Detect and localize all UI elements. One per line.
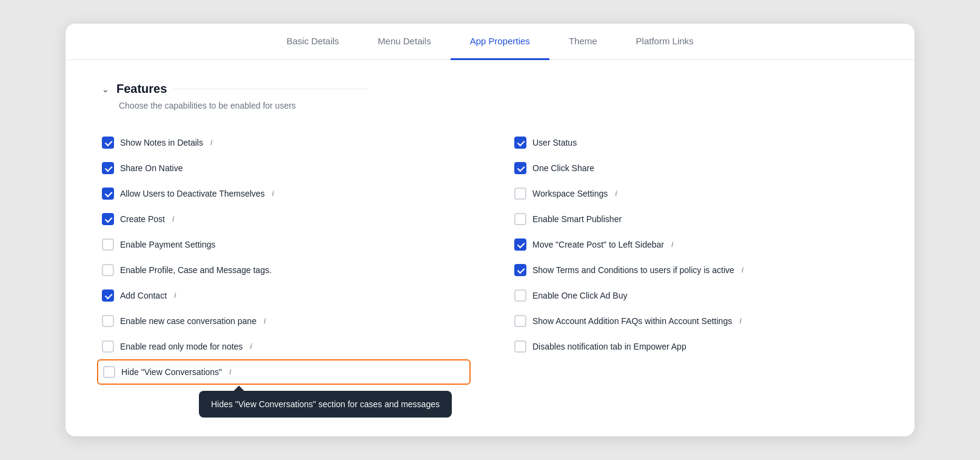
- feature-notification-tab: Disables notification tab in Empower App: [514, 334, 878, 359]
- section-subtitle: Choose the capabilities to be enabled fo…: [102, 101, 878, 110]
- section-header: ⌄ Features: [102, 82, 878, 96]
- feature-smart-publisher: Enable Smart Publisher: [514, 206, 878, 232]
- info-icon-new-case-pane[interactable]: i: [264, 317, 266, 325]
- tab-theme[interactable]: Theme: [549, 24, 617, 60]
- section-divider: [174, 89, 368, 89]
- checkbox-show-notes[interactable]: [102, 137, 114, 149]
- feature-create-post: Create Post i: [102, 206, 466, 232]
- checkbox-account-faqs[interactable]: [514, 315, 526, 327]
- tab-menu-details[interactable]: Menu Details: [358, 24, 451, 60]
- info-icon-terms-conditions[interactable]: i: [742, 266, 743, 274]
- feature-new-case-pane: Enable new case conversation pane i: [102, 308, 466, 334]
- checkbox-profile-tags[interactable]: [102, 264, 114, 276]
- tooltip-hide-view-conversations: Hides "View Conversations" section for c…: [199, 391, 452, 418]
- feature-one-click-share: One Click Share: [514, 155, 878, 181]
- checkbox-deactivate[interactable]: [102, 188, 114, 200]
- tab-basic-details[interactable]: Basic Details: [267, 24, 358, 60]
- feature-share-native: Share On Native: [102, 155, 466, 181]
- info-icon-account-faqs[interactable]: i: [739, 317, 741, 325]
- features-left-column: Show Notes in Details i Share On Native …: [102, 130, 466, 385]
- main-card: Basic Details Menu Details App Propertie…: [65, 24, 915, 436]
- tab-bar: Basic Details Menu Details App Propertie…: [65, 24, 915, 60]
- checkbox-one-click-share[interactable]: [514, 162, 526, 174]
- info-icon-create-post[interactable]: i: [172, 215, 174, 223]
- chevron-down-icon[interactable]: ⌄: [102, 84, 109, 94]
- info-icon-read-only-notes[interactable]: i: [250, 342, 252, 351]
- content-area: ⌄ Features Choose the capabilities to be…: [65, 60, 915, 409]
- features-right-column: User Status One Click Share Workspace Se…: [514, 130, 878, 385]
- checkbox-smart-publisher[interactable]: [514, 213, 526, 225]
- feature-account-faqs: Show Account Addition FAQs within Accoun…: [514, 308, 878, 334]
- checkbox-hide-view-conversations[interactable]: [103, 366, 115, 378]
- tab-platform-links[interactable]: Platform Links: [617, 24, 713, 60]
- checkbox-one-click-ad[interactable]: [514, 289, 526, 302]
- info-icon-workspace-settings[interactable]: i: [615, 189, 617, 198]
- feature-add-contact: Add Contact i: [102, 283, 466, 308]
- feature-deactivate: Allow Users to Deactivate Themselves i: [102, 181, 466, 206]
- checkbox-read-only-notes[interactable]: [102, 340, 114, 353]
- feature-row-highlighted: Hide "View Conversations" i Hides "View …: [102, 359, 466, 385]
- tab-app-properties[interactable]: App Properties: [451, 24, 549, 60]
- checkbox-add-contact[interactable]: [102, 289, 114, 302]
- checkbox-workspace-settings[interactable]: [514, 188, 526, 200]
- features-grid: Show Notes in Details i Share On Native …: [102, 130, 878, 385]
- checkbox-notification-tab[interactable]: [514, 340, 526, 353]
- checkbox-share-native[interactable]: [102, 162, 114, 174]
- section-title: Features: [116, 82, 167, 96]
- info-icon-show-notes[interactable]: i: [210, 138, 212, 147]
- feature-payment-settings: Enable Payment Settings: [102, 232, 466, 257]
- checkbox-create-post-sidebar[interactable]: [514, 238, 526, 251]
- feature-create-post-sidebar: Move "Create Post" to Left Sidebar i: [514, 232, 878, 257]
- info-icon-hide-view-conversations[interactable]: i: [229, 368, 231, 376]
- feature-terms-conditions: Show Terms and Conditions to users if po…: [514, 257, 878, 283]
- feature-user-status: User Status: [514, 130, 878, 155]
- info-icon-add-contact[interactable]: i: [174, 291, 176, 300]
- feature-read-only-notes: Enable read only mode for notes i: [102, 334, 466, 359]
- checkbox-create-post[interactable]: [102, 213, 114, 225]
- checkbox-payment-settings[interactable]: [102, 238, 114, 251]
- info-icon-deactivate[interactable]: i: [272, 189, 274, 198]
- checkbox-new-case-pane[interactable]: [102, 315, 114, 327]
- feature-one-click-ad: Enable One Click Ad Buy: [514, 283, 878, 308]
- feature-workspace-settings: Workspace Settings i: [514, 181, 878, 206]
- info-icon-create-post-sidebar[interactable]: i: [671, 240, 673, 249]
- feature-show-notes: Show Notes in Details i: [102, 130, 466, 155]
- feature-profile-tags: Enable Profile, Case and Message tags.: [102, 257, 466, 283]
- checkbox-user-status[interactable]: [514, 137, 526, 149]
- feature-hide-view-conversations: Hide "View Conversations" i: [97, 359, 471, 385]
- checkbox-terms-conditions[interactable]: [514, 264, 526, 276]
